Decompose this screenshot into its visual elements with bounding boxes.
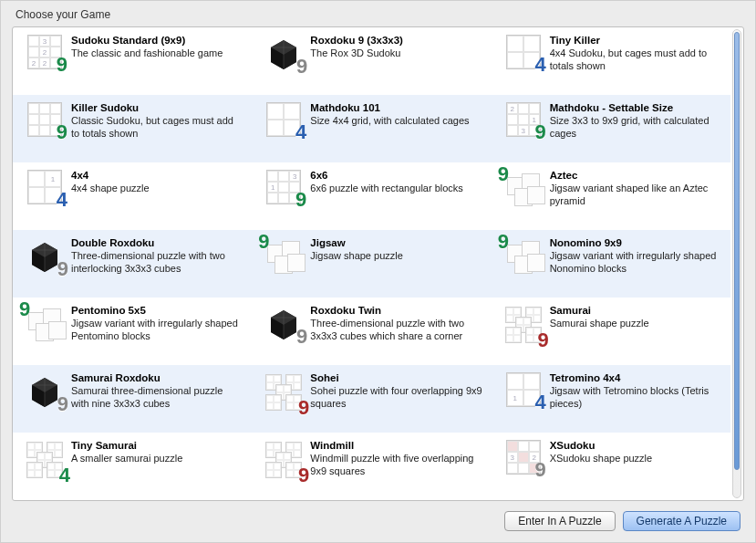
game-item[interactable]: 9Double RoxdokuThree-dimensional puzzle … — [13, 230, 252, 298]
game-description: Jigsaw with Tetromino blocks (Tetris pie… — [550, 385, 721, 411]
game-description: Jigsaw shape puzzle — [310, 250, 482, 263]
game-item[interactable]: 9SamuraiSamurai shape puzzle — [492, 298, 730, 365]
game-item[interactable]: 9AztecJigsaw variant shaped like an Azte… — [492, 162, 730, 230]
game-description: Samurai shape puzzle — [550, 318, 721, 330]
game-icon: 9 — [22, 372, 67, 409]
game-description: Sohei puzzle with four overlapping 9x9 s… — [310, 385, 482, 411]
enter-puzzle-button[interactable]: Enter In A Puzzle — [504, 511, 615, 531]
game-item[interactable]: 9Nonomino 9x9Jigsaw variant with irregul… — [492, 230, 730, 298]
game-icon: 9 — [22, 305, 67, 345]
generate-puzzle-button[interactable]: Generate A Puzzle — [623, 511, 740, 531]
game-icon: 9 — [501, 305, 546, 345]
game-description: Classic Sudoku, but cages must add to to… — [71, 115, 243, 141]
game-title: Sohei — [310, 372, 482, 383]
game-icon: 14 — [22, 170, 67, 204]
game-icon: 14 — [501, 372, 546, 407]
game-title: Killer Sudoku — [71, 102, 243, 113]
game-icon: 9 — [261, 440, 306, 480]
game-title: Jigsaw — [310, 237, 482, 248]
game-title: Sudoku Standard (9x9) — [71, 35, 243, 46]
game-icon: 9 — [22, 237, 67, 274]
game-icon: 4 — [501, 35, 546, 69]
game-description: Jigsaw variant with irregularly shaped N… — [550, 250, 721, 276]
choose-game-window: Choose your Game 32229Sudoku Standard (9… — [0, 0, 756, 543]
game-title: Mathdoku - Settable Size — [550, 102, 721, 113]
game-description: Size 3x3 to 9x9 grid, with calculated ca… — [550, 115, 721, 141]
game-description: Windmill puzzle with five overlapping 9x… — [310, 453, 482, 478]
game-item[interactable]: 329XSudokuXSudoku shape puzzle — [492, 433, 730, 500]
game-icon: 9 — [261, 372, 306, 412]
game-icon: 9 — [501, 170, 546, 210]
game-item[interactable]: 9Pentomino 5x5Jigsaw variant with irregu… — [13, 298, 252, 365]
game-icon: 9 — [501, 237, 546, 277]
game-item[interactable]: 3196x66x6 puzzle with rectangular blocks — [252, 162, 491, 230]
game-icon: 9 — [22, 102, 67, 137]
game-title: Aztec — [550, 170, 721, 181]
game-icon: 9 — [261, 35, 306, 71]
game-icon: 319 — [261, 170, 306, 204]
game-title: Mathdoku 101 — [310, 102, 482, 113]
game-item[interactable]: 9SoheiSohei puzzle with four overlapping… — [252, 365, 491, 433]
game-description: The Rox 3D Sudoku — [310, 47, 482, 60]
game-item[interactable]: 9Roxdoku TwinThree-dimensional puzzle wi… — [252, 298, 491, 365]
page-title: Choose your Game — [16, 8, 744, 21]
game-title: Roxdoku 9 (3x3x3) — [310, 35, 482, 46]
game-icon: 2139 — [501, 102, 546, 137]
game-description: The classic and fashionable game — [71, 47, 243, 60]
footer-buttons: Enter In A Puzzle Generate A Puzzle — [504, 511, 740, 531]
game-icon: 9 — [261, 237, 306, 277]
game-title: Samurai — [550, 305, 721, 316]
game-title: Pentomino 5x5 — [71, 305, 243, 316]
scrollbar[interactable] — [732, 29, 741, 498]
game-icon: 329 — [501, 440, 546, 475]
game-item[interactable]: 9Killer SudokuClassic Sudoku, but cages … — [13, 95, 252, 162]
game-icon: 4 — [22, 440, 67, 480]
game-description: Jigsaw variant shaped like an Aztec pyra… — [550, 183, 721, 208]
game-item[interactable]: 9JigsawJigsaw shape puzzle — [252, 230, 491, 298]
game-description: XSudoku shape puzzle — [550, 453, 721, 465]
game-title: XSudoku — [550, 440, 721, 451]
game-item[interactable]: 32229Sudoku Standard (9x9)The classic an… — [13, 27, 252, 95]
game-title: Tiny Killer — [550, 35, 721, 46]
game-item[interactable]: 4Mathdoku 101Size 4x4 grid, with calcula… — [252, 95, 491, 162]
game-icon: 9 — [261, 305, 306, 341]
game-description: A smaller samurai puzzle — [71, 453, 243, 465]
game-item[interactable]: 144x44x4 shape puzzle — [13, 162, 252, 230]
game-description: Three-dimensional puzzle with two 3x3x3 … — [310, 318, 482, 343]
game-title: 6x6 — [310, 170, 482, 181]
game-title: Samurai Roxdoku — [71, 372, 243, 383]
game-item[interactable]: 9Samurai RoxdokuSamurai three-dimensiona… — [13, 365, 252, 433]
game-item[interactable]: 9WindmillWindmill puzzle with five overl… — [252, 433, 491, 500]
game-description: Size 4x4 grid, with calculated cages — [310, 115, 482, 128]
game-title: Roxdoku Twin — [310, 305, 482, 316]
game-description: Jigsaw variant with irregularly shaped P… — [71, 318, 243, 343]
game-description: 4x4 shape puzzle — [71, 183, 243, 195]
game-item[interactable]: 4Tiny Killer4x4 Sudoku, but cages must a… — [492, 27, 730, 95]
game-description: Three-dimensional puzzle with two interl… — [71, 250, 243, 276]
game-grid: 32229Sudoku Standard (9x9)The classic an… — [13, 27, 730, 500]
game-description: 6x6 puzzle with rectangular blocks — [310, 183, 482, 195]
game-item[interactable]: 9Roxdoku 9 (3x3x3)The Rox 3D Sudoku — [252, 27, 491, 95]
game-title: Tiny Samurai — [71, 440, 243, 451]
game-title: Nonomino 9x9 — [550, 237, 721, 248]
game-title: Windmill — [310, 440, 482, 451]
game-list-container: 32229Sudoku Standard (9x9)The classic an… — [12, 26, 744, 501]
scrollbar-thumb[interactable] — [734, 32, 740, 470]
game-description: 4x4 Sudoku, but cages must add to totals… — [550, 47, 721, 73]
game-list-scroll: 32229Sudoku Standard (9x9)The classic an… — [13, 27, 730, 500]
game-item[interactable]: 14Tetromino 4x4Jigsaw with Tetromino blo… — [492, 365, 730, 433]
game-title: 4x4 — [71, 170, 243, 181]
game-icon: 4 — [261, 102, 306, 137]
game-title: Double Roxdoku — [71, 237, 243, 248]
game-title: Tetromino 4x4 — [550, 372, 721, 383]
game-description: Samurai three-dimensional puzzle with ni… — [71, 385, 243, 411]
game-icon: 32229 — [22, 35, 67, 69]
game-item[interactable]: 4Tiny SamuraiA smaller samurai puzzle — [13, 433, 252, 500]
game-item[interactable]: 2139Mathdoku - Settable SizeSize 3x3 to … — [492, 95, 730, 162]
